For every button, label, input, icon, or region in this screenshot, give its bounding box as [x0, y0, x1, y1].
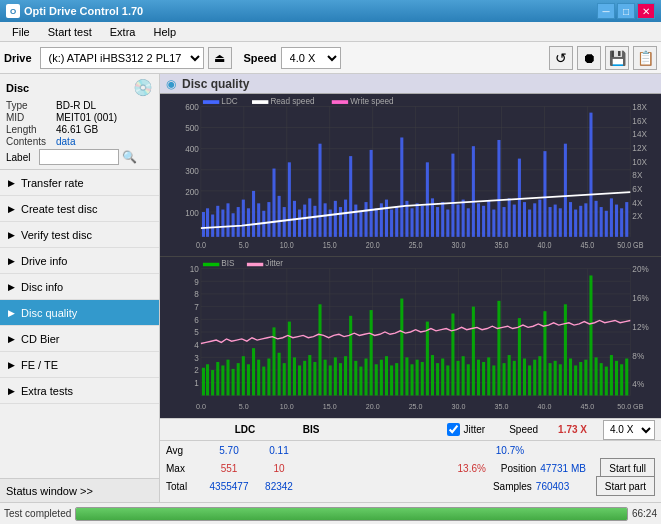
svg-rect-211: [472, 306, 475, 395]
main-layout: Disc 💿 Type BD-R DL MID MEIT01 (001) Len…: [0, 74, 661, 502]
svg-text:16%: 16%: [632, 292, 649, 303]
svg-rect-237: [605, 366, 608, 395]
start-part-button[interactable]: Start part: [596, 476, 655, 496]
svg-rect-77: [497, 140, 500, 237]
svg-text:18X: 18X: [632, 101, 647, 112]
svg-rect-235: [595, 357, 598, 395]
svg-rect-23: [221, 210, 224, 237]
svg-rect-203: [431, 355, 434, 395]
svg-rect-234: [589, 275, 592, 395]
stats-bar: LDC BIS Jitter Speed 1.73 X 4.0 X 2.0 X …: [160, 418, 661, 502]
svg-rect-53: [375, 208, 378, 237]
svg-text:15.0: 15.0: [323, 240, 337, 250]
svg-rect-96: [595, 201, 598, 237]
chart1-svg: 600 500 400 300 200 100 18X 16X 14X 12X …: [160, 94, 661, 256]
speed-dropdown[interactable]: 4.0 X 2.0 X 8.0 X: [603, 420, 655, 440]
svg-text:15.0: 15.0: [323, 401, 337, 411]
svg-rect-98: [605, 211, 608, 237]
disc-icon[interactable]: 💿: [133, 78, 153, 97]
svg-rect-71: [467, 208, 470, 237]
svg-rect-24: [226, 203, 229, 237]
svg-text:0.0: 0.0: [196, 240, 206, 250]
svg-rect-101: [620, 208, 623, 237]
record-button[interactable]: ⏺: [577, 46, 601, 70]
label-input[interactable]: [39, 149, 119, 165]
jitter-checkbox[interactable]: [447, 423, 460, 436]
jitter-checkbox-area[interactable]: Jitter: [447, 423, 485, 436]
save-button[interactable]: 💾: [605, 46, 629, 70]
avg-label: Avg: [166, 445, 204, 456]
mid-key: MID: [6, 112, 52, 123]
speed-select[interactable]: 4.0 X 2.0 X 8.0 X Max: [281, 47, 341, 69]
maximize-button[interactable]: □: [617, 3, 635, 19]
svg-text:50.0 GB: 50.0 GB: [617, 240, 643, 250]
svg-rect-233: [584, 359, 587, 395]
svg-rect-183: [329, 365, 332, 395]
refresh-button[interactable]: ↺: [549, 46, 573, 70]
svg-rect-87: [549, 207, 552, 237]
sidebar-item-disc-info[interactable]: ▶ Disc info: [0, 274, 159, 300]
svg-rect-62: [421, 206, 424, 237]
svg-text:Jitter: Jitter: [265, 257, 283, 268]
sidebar-item-verify-test-disc[interactable]: ▶ Verify test disc: [0, 222, 159, 248]
minimize-button[interactable]: ─: [597, 3, 615, 19]
menu-help[interactable]: Help: [145, 24, 184, 40]
toolbar: Drive (k:) ATAPI iHBS312 2 PL17 ⏏ Speed …: [0, 42, 661, 74]
svg-rect-169: [257, 359, 260, 395]
svg-rect-93: [579, 206, 582, 237]
menu-start-test[interactable]: Start test: [40, 24, 100, 40]
svg-rect-26: [237, 207, 240, 237]
svg-rect-43: [324, 203, 327, 237]
svg-text:LDC: LDC: [221, 95, 238, 106]
svg-rect-208: [457, 360, 460, 395]
svg-text:8X: 8X: [632, 170, 642, 181]
avg-jitter: 10.7%: [485, 445, 535, 456]
drive-select[interactable]: (k:) ATAPI iHBS312 2 PL17: [40, 47, 204, 69]
speed-value: 1.73 X: [558, 424, 587, 435]
svg-rect-56: [390, 210, 393, 237]
svg-text:16X: 16X: [632, 115, 647, 126]
sidebar-item-extra-tests[interactable]: ▶ Extra tests: [0, 378, 159, 404]
eject-button[interactable]: ⏏: [208, 47, 232, 69]
svg-rect-194: [385, 356, 388, 395]
svg-rect-79: [508, 198, 511, 237]
svg-text:40.0: 40.0: [537, 401, 551, 411]
menu-extra[interactable]: Extra: [102, 24, 144, 40]
status-window-label: Status window >>: [6, 485, 93, 497]
save2-button[interactable]: 📋: [633, 46, 657, 70]
svg-text:Write speed: Write speed: [350, 95, 393, 106]
status-window-button[interactable]: Status window >>: [0, 478, 159, 502]
svg-rect-97: [600, 207, 603, 237]
label-search-icon[interactable]: 🔍: [122, 150, 137, 164]
stats-header-row: LDC BIS Jitter Speed 1.73 X 4.0 X 2.0 X …: [160, 419, 661, 441]
svg-rect-191: [370, 310, 373, 395]
sidebar-item-drive-info[interactable]: ▶ Drive info: [0, 248, 159, 274]
svg-text:12X: 12X: [632, 142, 647, 153]
svg-rect-222: [528, 365, 531, 395]
max-bis: 10: [254, 463, 304, 474]
nav-label: Drive info: [21, 255, 67, 267]
start-full-button[interactable]: Start full: [600, 458, 655, 478]
svg-text:5.0: 5.0: [239, 401, 249, 411]
length-key: Length: [6, 124, 52, 135]
stats-avg-row: Avg 5.70 0.11 10.7%: [160, 441, 661, 459]
svg-text:30.0: 30.0: [452, 401, 466, 411]
sidebar-item-disc-quality[interactable]: ▶ Disc quality: [0, 300, 159, 326]
svg-rect-88: [554, 205, 557, 237]
sidebar-item-create-test-disc[interactable]: ▶ Create test disc: [0, 196, 159, 222]
svg-rect-50: [359, 211, 362, 237]
type-key: Type: [6, 100, 52, 111]
sidebar-item-cd-bier[interactable]: ▶ CD Bier: [0, 326, 159, 352]
svg-text:1: 1: [194, 377, 199, 388]
menu-bar: File Start test Extra Help: [0, 22, 661, 42]
sidebar-item-transfer-rate[interactable]: ▶ Transfer rate: [0, 170, 159, 196]
nav-arrow-icon: ▶: [8, 230, 15, 240]
nav-label: CD Bier: [21, 333, 60, 345]
sidebar-item-fe-te[interactable]: ▶ FE / TE: [0, 352, 159, 378]
menu-file[interactable]: File: [4, 24, 38, 40]
close-button[interactable]: ✕: [637, 3, 655, 19]
type-val: BD-R DL: [56, 100, 96, 111]
samples-val: 760403: [536, 481, 596, 492]
nav-label: Create test disc: [21, 203, 97, 215]
svg-text:10.0: 10.0: [280, 401, 294, 411]
